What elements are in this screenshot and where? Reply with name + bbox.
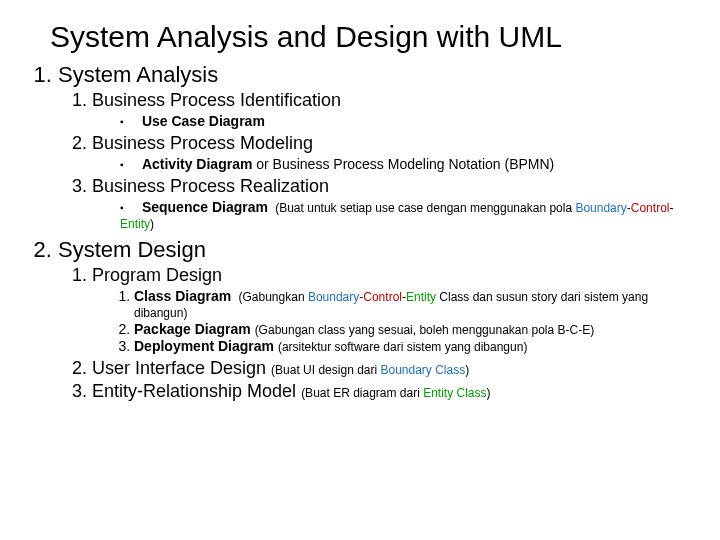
paren-post: ) bbox=[465, 363, 469, 377]
pd-strong: Deployment Diagram bbox=[134, 338, 274, 354]
page-title: System Analysis and Design with UML bbox=[50, 20, 690, 54]
item-label: Business Process Identification bbox=[92, 90, 341, 110]
inline-link: Boundary Class bbox=[380, 363, 465, 377]
paren-post: ) bbox=[487, 386, 491, 400]
bullet-activity: Activity Diagram or Business Process Mod… bbox=[120, 156, 690, 172]
bce-control: Control bbox=[363, 290, 402, 304]
item-ui-design: User Interface Design (Buat UI design da… bbox=[92, 358, 690, 379]
bce-boundary: Boundary bbox=[575, 201, 626, 215]
bullet-rest: or Business Process Modeling Notation (B… bbox=[252, 156, 554, 172]
paren-pre: (Gabungkan bbox=[239, 290, 308, 304]
bullet-strong: Use Case Diagram bbox=[142, 113, 265, 129]
design-items: Program Design Class Diagram (Gabungkan … bbox=[58, 265, 690, 402]
item-label: User Interface Design bbox=[92, 358, 266, 378]
item-bpi: Business Process Identification Use Case… bbox=[92, 90, 690, 129]
section-system-analysis: System Analysis Business Process Identif… bbox=[58, 62, 690, 231]
item-program-design: Program Design Class Diagram (Gabungkan … bbox=[92, 265, 690, 354]
section-label: System Analysis bbox=[58, 62, 218, 87]
bullet-sequence: Sequence Diagram (Buat untuk setiap use … bbox=[120, 199, 690, 231]
inline-link: Entity Class bbox=[423, 386, 486, 400]
pd-paren: (arsitektur software dari sistem yang di… bbox=[278, 340, 527, 354]
paren-post: ) bbox=[150, 217, 154, 231]
bullet-usecase: Use Case Diagram bbox=[120, 113, 690, 129]
bce-control: Control bbox=[631, 201, 670, 215]
pd-class-diagram: Class Diagram (Gabungkan Boundary-Contro… bbox=[134, 288, 690, 320]
item-er-model: Entity-Relationship Model (Buat ER diagr… bbox=[92, 381, 690, 402]
paren-pre: (Buat untuk setiap use case dengan mengg… bbox=[275, 201, 575, 215]
bpr-bullets: Sequence Diagram (Buat untuk setiap use … bbox=[92, 199, 690, 231]
paren-pre: (Buat UI design dari bbox=[271, 363, 380, 377]
pd-package-diagram: Package Diagram (Gabungan class yang ses… bbox=[134, 321, 690, 337]
inline-paren: (Buat UI design dari Boundary Class) bbox=[271, 363, 469, 377]
bce-boundary: Boundary bbox=[308, 290, 359, 304]
item-label: Entity-Relationship Model bbox=[92, 381, 296, 401]
bullet-strong: Sequence Diagram bbox=[142, 199, 268, 215]
program-design-list: Class Diagram (Gabungkan Boundary-Contro… bbox=[92, 288, 690, 354]
section-system-design: System Design Program Design Class Diagr… bbox=[58, 237, 690, 402]
analysis-items: Business Process Identification Use Case… bbox=[58, 90, 690, 231]
item-label: Business Process Realization bbox=[92, 176, 329, 196]
bpm-bullets: Activity Diagram or Business Process Mod… bbox=[92, 156, 690, 172]
bce-sep: - bbox=[669, 201, 673, 215]
bce-entity: Entity bbox=[120, 217, 150, 231]
section-label: System Design bbox=[58, 237, 206, 262]
item-label: Business Process Modeling bbox=[92, 133, 313, 153]
paren-pre: (Buat ER diagram dari bbox=[301, 386, 423, 400]
pd-paren: (Gabungan class yang sesuai, boleh mengg… bbox=[255, 323, 595, 337]
bce-entity: Entity bbox=[406, 290, 436, 304]
top-list: System Analysis Business Process Identif… bbox=[30, 62, 690, 402]
item-bpr: Business Process Realization Sequence Di… bbox=[92, 176, 690, 231]
pd-strong: Package Diagram bbox=[134, 321, 251, 337]
pd-strong: Class Diagram bbox=[134, 288, 231, 304]
bullet-strong: Activity Diagram bbox=[142, 156, 252, 172]
bpi-bullets: Use Case Diagram bbox=[92, 113, 690, 129]
item-label: Program Design bbox=[92, 265, 222, 285]
pd-deployment-diagram: Deployment Diagram (arsitektur software … bbox=[134, 338, 690, 354]
item-bpm: Business Process Modeling Activity Diagr… bbox=[92, 133, 690, 172]
inline-paren: (Buat ER diagram dari Entity Class) bbox=[301, 386, 490, 400]
